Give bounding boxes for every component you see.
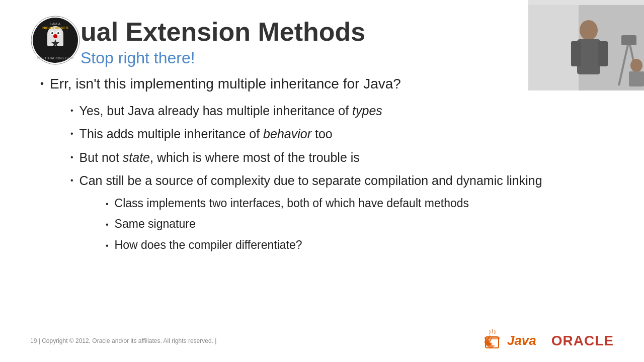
svg-point-11 <box>630 59 642 72</box>
footer-logos: Java ORACLE <box>479 327 614 354</box>
svg-point-4 <box>580 20 598 40</box>
oracle-label: ORACLE <box>551 333 614 349</box>
svg-point-20 <box>57 32 59 34</box>
bullet-text: How does the compiler differentiate? <box>115 238 614 253</box>
bullet-item: • This adds multiple inheritance of beha… <box>40 126 614 142</box>
bullet-text: Same signature <box>115 217 614 232</box>
bullet-item: • How does the compiler differentiate? <box>40 238 614 253</box>
svg-rect-12 <box>629 71 644 86</box>
bullet-dot: • <box>70 175 73 186</box>
bullet-item: • Err, isn't this implementing multiple … <box>40 75 614 93</box>
bullet-text: Class implements two interfaces, both of… <box>115 196 614 211</box>
svg-rect-27 <box>485 337 500 339</box>
slide: NIGHTHACKING.COM I AM A NIGHTHACKER ual … <box>0 0 644 362</box>
svg-point-21 <box>53 34 57 38</box>
footer-copyright: 19 | Copyright © 2012, Oracle and/or its… <box>30 337 216 344</box>
svg-text:I AM A: I AM A <box>50 22 61 26</box>
java-icon <box>479 327 505 354</box>
bullet-text: But not state, which is where most of th… <box>79 149 614 166</box>
bullet-dot: • <box>106 241 109 251</box>
presenter-background <box>528 0 644 90</box>
bullet-item: • Same signature <box>40 217 614 232</box>
svg-text:NIGHTHACKING.COM: NIGHTHACKING.COM <box>37 56 73 60</box>
svg-text:NIGHTHACKER: NIGHTHACKER <box>42 26 68 30</box>
bullet-dot: • <box>70 106 73 116</box>
bullet-item: • But not state, which is where most of … <box>40 149 614 166</box>
java-logo: Java <box>479 327 536 354</box>
nighthacking-logo: NIGHTHACKING.COM I AM A NIGHTHACKER <box>30 15 80 65</box>
footer: 19 | Copyright © 2012, Oracle and/or its… <box>30 327 614 354</box>
svg-rect-10 <box>621 35 636 45</box>
bullet-text: This adds multiple inheritance of behavi… <box>79 126 614 142</box>
svg-rect-1 <box>528 0 644 5</box>
bullet-item: • Yes, but Java already has multiple inh… <box>40 103 614 119</box>
bullet-dot: • <box>40 77 44 90</box>
svg-rect-7 <box>598 41 608 66</box>
bullet-dot: • <box>106 220 109 230</box>
bullet-dot: • <box>106 199 109 210</box>
java-label: Java <box>507 333 536 348</box>
svg-rect-6 <box>571 41 581 66</box>
bullet-item: • Class implements two interfaces, both … <box>40 196 614 211</box>
bullet-dot: • <box>70 152 73 163</box>
presenter-video <box>528 0 644 90</box>
header-area: NIGHTHACKING.COM I AM A NIGHTHACKER ual … <box>30 15 614 67</box>
content-area: • Err, isn't this implementing multiple … <box>30 75 614 253</box>
bullet-text: Yes, but Java already has multiple inher… <box>79 103 614 119</box>
svg-point-19 <box>51 32 53 34</box>
bullet-dot: • <box>70 129 73 139</box>
bullet-item: • Can still be a source of complexity du… <box>40 172 614 189</box>
bullet-text: Can still be a source of complexity due … <box>79 172 614 189</box>
